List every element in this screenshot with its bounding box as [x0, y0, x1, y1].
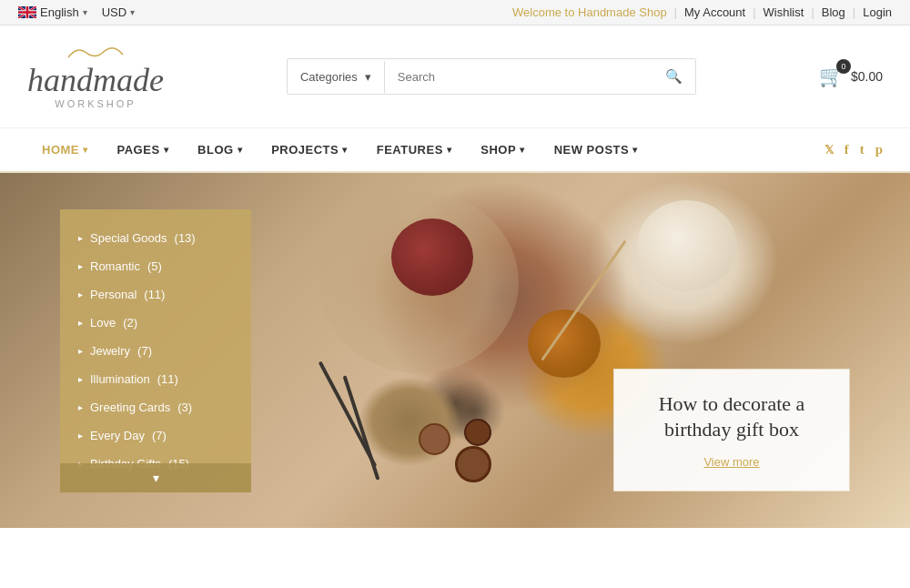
my-account-link[interactable]: My Account: [684, 5, 745, 19]
tumblr-icon[interactable]: t: [860, 142, 864, 157]
nav-left: HOME ▾ PAGES ▾ BLOG ▾ PROJECTS ▾ FEATURE…: [27, 128, 652, 171]
search-button[interactable]: 🔍: [652, 59, 695, 94]
cat-arrow: ▸: [78, 346, 83, 356]
language-dropdown-arrow: ▾: [83, 7, 87, 17]
top-bar: English ▾ USD ▾ Welcome to Handmade Shop…: [0, 0, 910, 25]
category-jewelry[interactable]: ▸ Jewelry (7): [60, 337, 251, 365]
nav-home-arrow: ▾: [83, 145, 88, 155]
cat-label: Every Day: [90, 429, 145, 442]
nav-pages[interactable]: PAGES ▾: [103, 128, 184, 171]
nav-shop[interactable]: SHOP ▾: [466, 128, 539, 171]
cat-count: (11): [157, 372, 178, 386]
blog-top-link[interactable]: Blog: [822, 5, 845, 19]
cat-label: Personal: [90, 288, 136, 301]
nav-bar: HOME ▾ PAGES ▾ BLOG ▾ PROJECTS ▾ FEATURE…: [0, 128, 910, 173]
currency-dropdown-arrow: ▾: [130, 7, 135, 17]
category-greeting-cards[interactable]: ▸ Greeting Cards (3): [60, 393, 251, 421]
categories-dropdown[interactable]: Categories ▾: [288, 61, 385, 93]
nav-features[interactable]: FEATURES ▾: [362, 128, 467, 171]
top-bar-left: English ▾ USD ▾: [18, 5, 135, 19]
nav-new-posts[interactable]: NEW POSTS ▾: [540, 128, 652, 171]
category-special-goods[interactable]: ▸ Special Goods (13): [60, 224, 251, 252]
category-panel: ▸ Special Goods (13) ▸ Romantic (5) ▸ Pe…: [60, 209, 251, 492]
cat-count: (5): [147, 259, 162, 273]
nav-pages-label: PAGES: [117, 143, 160, 157]
currency-label: USD: [102, 5, 126, 19]
cat-arrow: ▸: [78, 318, 83, 328]
cart-icon-wrap: 🛒 0: [819, 65, 844, 88]
sep3: |: [811, 5, 814, 19]
facebook-icon[interactable]: f: [844, 142, 849, 157]
category-romantic[interactable]: ▸ Romantic (5): [60, 252, 251, 280]
search-bar: Categories ▾ 🔍: [287, 58, 696, 95]
category-illumination[interactable]: ▸ Illumination (11): [60, 365, 251, 393]
nav-projects-label: PROJECTS: [271, 143, 339, 157]
nav-social: 𝕏 f t p: [824, 142, 883, 157]
nav-home[interactable]: HOME ▾: [27, 128, 103, 171]
categories-label: Categories: [300, 70, 358, 84]
nav-blog[interactable]: BLOG ▾: [183, 128, 257, 171]
hero-section: ▸ Special Goods (13) ▸ Romantic (5) ▸ Pe…: [0, 173, 910, 528]
cat-arrow: ▸: [78, 402, 83, 412]
nav-projects-arrow: ▾: [342, 145, 348, 155]
cat-count: (11): [144, 288, 165, 301]
logo-text: handmade: [27, 64, 164, 96]
top-bar-right: Welcome to Handmade Shop | My Account | …: [512, 5, 892, 19]
nav-blog-label: BLOG: [197, 143, 234, 157]
cart-badge: 0: [836, 59, 851, 74]
sep1: |: [674, 5, 677, 19]
nav-home-label: HOME: [42, 143, 79, 157]
nav-projects[interactable]: PROJECTS ▾: [257, 128, 362, 171]
cat-count: (7): [137, 344, 152, 358]
logo[interactable]: handmade workshop: [27, 44, 164, 109]
cat-count: (2): [123, 316, 137, 329]
cat-label: Special Goods: [90, 231, 167, 245]
search-input[interactable]: [385, 61, 652, 93]
yarn-ball-white: [637, 200, 737, 291]
logo-area[interactable]: handmade workshop: [27, 44, 164, 109]
nav-shop-label: SHOP: [480, 143, 516, 157]
cat-label: Jewelry: [90, 344, 130, 358]
cat-label: Romantic: [90, 259, 140, 273]
hero-heading: How to decorate a birthday gift box: [632, 391, 831, 443]
welcome-text: Welcome to Handmade Shop: [512, 5, 667, 19]
yarn-ball-dark: [391, 218, 473, 296]
hero-text-box: How to decorate a birthday gift box View…: [613, 369, 850, 492]
button-3: [464, 419, 491, 446]
cat-count: (3): [177, 400, 192, 414]
logo-sub: workshop: [27, 98, 164, 109]
sep4: |: [853, 5, 855, 19]
category-every-day[interactable]: ▸ Every Day (7): [60, 421, 251, 450]
nav-features-arrow: ▾: [447, 145, 452, 155]
twitter-icon[interactable]: 𝕏: [824, 143, 834, 157]
nav-blog-arrow: ▾: [238, 145, 243, 155]
nav-shop-arrow: ▾: [520, 145, 525, 155]
wishlist-link[interactable]: Wishlist: [763, 5, 804, 19]
sep2: |: [753, 5, 755, 19]
category-toggle-button[interactable]: ▾: [60, 463, 251, 492]
nav-new-posts-label: NEW POSTS: [554, 143, 630, 157]
cat-arrow: ▸: [78, 431, 83, 441]
currency-selector[interactable]: USD ▾: [102, 5, 135, 19]
cart-area[interactable]: 🛒 0 $0.00: [819, 65, 883, 88]
category-personal[interactable]: ▸ Personal (11): [60, 280, 251, 309]
yarn-ball-orange: [528, 309, 601, 378]
cat-label: Illumination: [90, 372, 150, 386]
cat-label: Love: [90, 316, 116, 329]
cat-label: Greeting Cards: [90, 400, 170, 414]
category-love[interactable]: ▸ Love (2): [60, 309, 251, 337]
language-selector[interactable]: English ▾: [18, 5, 87, 19]
cat-count: (7): [152, 429, 167, 442]
cat-arrow: ▸: [78, 289, 83, 299]
button-1: [419, 423, 450, 455]
cat-count: (13): [175, 231, 196, 245]
login-link[interactable]: Login: [863, 5, 892, 19]
nav-features-label: FEATURES: [377, 143, 443, 157]
nav-pages-arrow: ▾: [164, 145, 169, 155]
language-label: English: [40, 5, 79, 19]
pinterest-icon[interactable]: p: [875, 142, 883, 157]
hero-view-more-link[interactable]: View more: [703, 455, 759, 469]
category-toggle-icon: ▾: [153, 471, 159, 485]
cat-arrow: ▸: [78, 233, 83, 243]
search-icon: 🔍: [665, 68, 682, 84]
